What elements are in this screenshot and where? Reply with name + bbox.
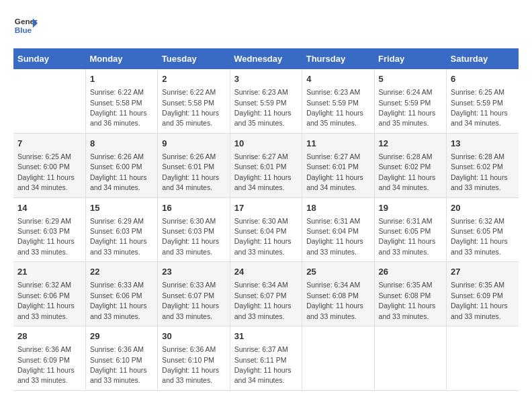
calendar-cell: 19Sunrise: 6:31 AM Sunset: 6:05 PM Dayli… — [374, 197, 446, 262]
calendar-cell: 7Sunrise: 6:25 AM Sunset: 6:00 PM Daylig… — [13, 133, 85, 197]
calendar-table: SundayMondayTuesdayWednesdayThursdayFrid… — [13, 48, 519, 391]
day-info: Sunrise: 6:27 AM Sunset: 6:01 PM Dayligh… — [306, 152, 363, 191]
calendar-cell: 2Sunrise: 6:22 AM Sunset: 5:58 PM Daylig… — [158, 69, 230, 133]
day-info: Sunrise: 6:36 AM Sunset: 6:09 PM Dayligh… — [17, 345, 75, 384]
day-number: 16 — [162, 202, 225, 214]
day-number: 27 — [451, 266, 515, 278]
day-number: 11 — [306, 138, 369, 150]
logo: General Blue — [13, 13, 40, 38]
day-number: 28 — [17, 330, 81, 342]
calendar-cell: 31Sunrise: 6:37 AM Sunset: 6:11 PM Dayli… — [230, 326, 302, 391]
day-info: Sunrise: 6:22 AM Sunset: 5:58 PM Dayligh… — [90, 88, 147, 127]
day-info: Sunrise: 6:31 AM Sunset: 6:05 PM Dayligh… — [379, 217, 436, 256]
header-day: Tuesday — [158, 48, 230, 69]
calendar-week-row: 28Sunrise: 6:36 AM Sunset: 6:09 PM Dayli… — [13, 326, 519, 391]
calendar-cell: 10Sunrise: 6:27 AM Sunset: 6:01 PM Dayli… — [230, 133, 302, 197]
calendar-week-row: 1Sunrise: 6:22 AM Sunset: 5:58 PM Daylig… — [13, 69, 519, 133]
logo-icon: General Blue — [13, 13, 38, 38]
day-info: Sunrise: 6:27 AM Sunset: 6:01 PM Dayligh… — [234, 152, 292, 191]
day-number: 21 — [17, 266, 81, 278]
day-info: Sunrise: 6:26 AM Sunset: 6:00 PM Dayligh… — [90, 152, 147, 191]
calendar-cell: 12Sunrise: 6:28 AM Sunset: 6:02 PM Dayli… — [374, 133, 446, 197]
day-number: 2 — [162, 73, 225, 85]
day-info: Sunrise: 6:28 AM Sunset: 6:02 PM Dayligh… — [379, 152, 436, 191]
day-number: 23 — [162, 266, 225, 278]
svg-text:Blue: Blue — [15, 26, 32, 34]
day-number: 13 — [451, 138, 515, 150]
calendar-cell: 22Sunrise: 6:33 AM Sunset: 6:06 PM Dayli… — [85, 262, 157, 326]
day-number: 24 — [234, 266, 298, 278]
header-row: SundayMondayTuesdayWednesdayThursdayFrid… — [13, 48, 519, 69]
calendar-cell: 15Sunrise: 6:29 AM Sunset: 6:03 PM Dayli… — [85, 197, 157, 262]
calendar-body: 1Sunrise: 6:22 AM Sunset: 5:58 PM Daylig… — [13, 69, 519, 390]
day-number: 14 — [17, 202, 81, 214]
calendar-cell: 26Sunrise: 6:35 AM Sunset: 6:08 PM Dayli… — [374, 262, 446, 326]
day-info: Sunrise: 6:33 AM Sunset: 6:06 PM Dayligh… — [90, 281, 147, 320]
calendar-week-row: 7Sunrise: 6:25 AM Sunset: 6:00 PM Daylig… — [13, 133, 519, 197]
calendar-cell: 27Sunrise: 6:35 AM Sunset: 6:09 PM Dayli… — [447, 262, 519, 326]
day-number: 29 — [90, 330, 153, 342]
calendar-cell: 29Sunrise: 6:36 AM Sunset: 6:10 PM Dayli… — [85, 326, 157, 391]
day-info: Sunrise: 6:34 AM Sunset: 6:08 PM Dayligh… — [306, 281, 363, 320]
day-number: 5 — [379, 73, 442, 85]
calendar-cell: 6Sunrise: 6:25 AM Sunset: 5:59 PM Daylig… — [447, 69, 519, 133]
day-info: Sunrise: 6:37 AM Sunset: 6:11 PM Dayligh… — [234, 345, 292, 384]
day-number: 17 — [234, 202, 298, 214]
day-info: Sunrise: 6:35 AM Sunset: 6:08 PM Dayligh… — [379, 281, 436, 320]
header-day: Saturday — [447, 48, 519, 69]
day-number: 10 — [234, 138, 298, 150]
day-number: 3 — [234, 73, 298, 85]
day-number: 26 — [379, 266, 442, 278]
day-info: Sunrise: 6:26 AM Sunset: 6:01 PM Dayligh… — [162, 152, 219, 191]
day-info: Sunrise: 6:32 AM Sunset: 6:06 PM Dayligh… — [17, 281, 75, 320]
calendar-cell: 14Sunrise: 6:29 AM Sunset: 6:03 PM Dayli… — [13, 197, 85, 262]
day-info: Sunrise: 6:22 AM Sunset: 5:58 PM Dayligh… — [162, 88, 219, 127]
day-info: Sunrise: 6:25 AM Sunset: 5:59 PM Dayligh… — [451, 88, 508, 127]
day-number: 25 — [306, 266, 369, 278]
day-number: 31 — [234, 330, 298, 342]
day-number: 20 — [451, 202, 515, 214]
calendar-cell: 24Sunrise: 6:34 AM Sunset: 6:07 PM Dayli… — [230, 262, 302, 326]
day-number: 9 — [162, 138, 225, 150]
calendar-week-row: 21Sunrise: 6:32 AM Sunset: 6:06 PM Dayli… — [13, 262, 519, 326]
day-number: 4 — [306, 73, 369, 85]
header-day: Wednesday — [230, 48, 302, 69]
calendar-cell: 16Sunrise: 6:30 AM Sunset: 6:03 PM Dayli… — [158, 197, 230, 262]
header-day: Friday — [374, 48, 446, 69]
day-info: Sunrise: 6:24 AM Sunset: 5:59 PM Dayligh… — [379, 88, 436, 127]
calendar-cell — [447, 326, 519, 391]
day-info: Sunrise: 6:30 AM Sunset: 6:04 PM Dayligh… — [234, 217, 292, 256]
day-number: 1 — [90, 73, 153, 85]
day-info: Sunrise: 6:34 AM Sunset: 6:07 PM Dayligh… — [234, 281, 292, 320]
calendar-cell: 20Sunrise: 6:32 AM Sunset: 6:05 PM Dayli… — [447, 197, 519, 262]
day-info: Sunrise: 6:28 AM Sunset: 6:02 PM Dayligh… — [451, 152, 508, 191]
day-info: Sunrise: 6:35 AM Sunset: 6:09 PM Dayligh… — [451, 281, 508, 320]
day-number: 19 — [379, 202, 442, 214]
calendar-cell: 17Sunrise: 6:30 AM Sunset: 6:04 PM Dayli… — [230, 197, 302, 262]
calendar-header: SundayMondayTuesdayWednesdayThursdayFrid… — [13, 48, 519, 69]
calendar-cell — [374, 326, 446, 391]
day-info: Sunrise: 6:29 AM Sunset: 6:03 PM Dayligh… — [17, 217, 75, 256]
day-info: Sunrise: 6:23 AM Sunset: 5:59 PM Dayligh… — [306, 88, 363, 127]
calendar-week-row: 14Sunrise: 6:29 AM Sunset: 6:03 PM Dayli… — [13, 197, 519, 262]
day-number: 22 — [90, 266, 153, 278]
day-number: 6 — [451, 73, 515, 85]
calendar-cell: 18Sunrise: 6:31 AM Sunset: 6:04 PM Dayli… — [302, 197, 374, 262]
calendar-cell: 8Sunrise: 6:26 AM Sunset: 6:00 PM Daylig… — [85, 133, 157, 197]
calendar-cell: 11Sunrise: 6:27 AM Sunset: 6:01 PM Dayli… — [302, 133, 374, 197]
day-number: 8 — [90, 138, 153, 150]
day-info: Sunrise: 6:29 AM Sunset: 6:03 PM Dayligh… — [90, 217, 147, 256]
header-day: Thursday — [302, 48, 374, 69]
day-number: 12 — [379, 138, 442, 150]
day-info: Sunrise: 6:25 AM Sunset: 6:00 PM Dayligh… — [17, 152, 75, 191]
header-day: Monday — [85, 48, 157, 69]
calendar-cell: 5Sunrise: 6:24 AM Sunset: 5:59 PM Daylig… — [374, 69, 446, 133]
day-info: Sunrise: 6:36 AM Sunset: 6:10 PM Dayligh… — [90, 345, 147, 384]
calendar-cell: 3Sunrise: 6:23 AM Sunset: 5:59 PM Daylig… — [230, 69, 302, 133]
day-info: Sunrise: 6:36 AM Sunset: 6:10 PM Dayligh… — [162, 345, 219, 384]
day-info: Sunrise: 6:32 AM Sunset: 6:05 PM Dayligh… — [451, 217, 508, 256]
day-number: 18 — [306, 202, 369, 214]
calendar-cell: 30Sunrise: 6:36 AM Sunset: 6:10 PM Dayli… — [158, 326, 230, 391]
day-number: 7 — [17, 138, 81, 150]
calendar-cell: 4Sunrise: 6:23 AM Sunset: 5:59 PM Daylig… — [302, 69, 374, 133]
